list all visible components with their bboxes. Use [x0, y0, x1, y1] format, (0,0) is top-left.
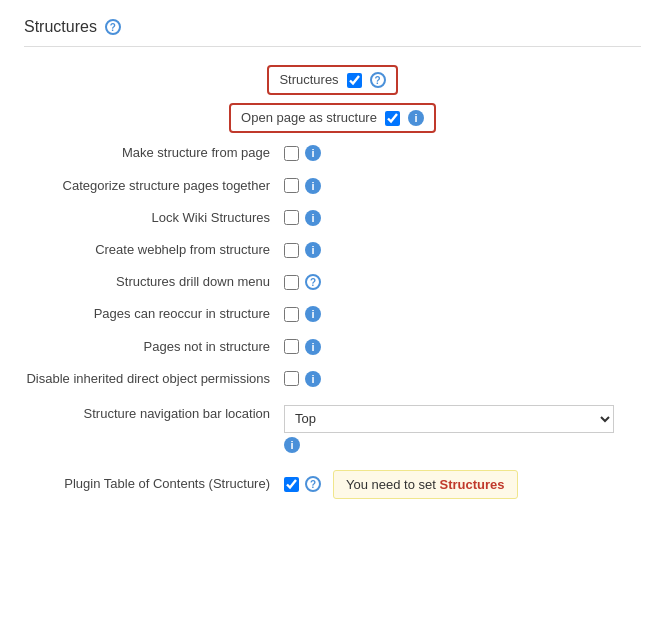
reoccur-controls: i — [284, 306, 641, 322]
webhelp-info-icon[interactable]: i — [305, 242, 321, 258]
page-title: Structures — [24, 18, 97, 36]
lock-wiki-controls: i — [284, 210, 641, 226]
drill-down-help-icon[interactable]: ? — [305, 274, 321, 290]
drill-down-row: Structures drill down menu ? — [24, 266, 641, 298]
page-container: Structures ? Structures ? Open page as s… — [0, 0, 665, 524]
toc-row: Plugin Table of Contents (Structure) ? Y… — [24, 460, 641, 506]
notification-link[interactable]: Structures — [440, 477, 505, 492]
structures-checkbox[interactable] — [347, 73, 362, 88]
disable-inherited-info-icon[interactable]: i — [305, 371, 321, 387]
not-in-structure-row: Pages not in structure i — [24, 331, 641, 363]
not-in-structure-label: Pages not in structure — [24, 338, 284, 356]
nav-select-row: Top Bottom Left Right — [284, 405, 614, 433]
lock-wiki-info-icon[interactable]: i — [305, 210, 321, 226]
reoccur-info-icon[interactable]: i — [305, 306, 321, 322]
lock-wiki-row: Lock Wiki Structures i — [24, 202, 641, 234]
make-structure-label: Make structure from page — [24, 144, 284, 162]
open-page-highlighted-row: Open page as structure i — [24, 103, 641, 133]
make-structure-controls: i — [284, 145, 641, 161]
section-help-icon[interactable]: ? — [105, 19, 121, 35]
toc-checkbox[interactable] — [284, 477, 299, 492]
settings-rows: Make structure from page i Categorize st… — [24, 137, 641, 506]
categorize-row: Categorize structure pages together i — [24, 170, 641, 202]
reoccur-checkbox[interactable] — [284, 307, 299, 322]
open-page-label: Open page as structure — [241, 109, 377, 127]
section-header: Structures ? — [24, 18, 641, 47]
make-structure-checkbox[interactable] — [284, 146, 299, 161]
reoccur-label: Pages can reoccur in structure — [24, 305, 284, 323]
disable-inherited-checkbox[interactable] — [284, 371, 299, 386]
disable-inherited-controls: i — [284, 371, 641, 387]
webhelp-row: Create webhelp from structure i — [24, 234, 641, 266]
structures-label: Structures — [279, 71, 338, 89]
not-in-structure-controls: i — [284, 339, 641, 355]
not-in-structure-checkbox[interactable] — [284, 339, 299, 354]
nav-location-select[interactable]: Top Bottom Left Right — [284, 405, 614, 433]
make-structure-info-icon[interactable]: i — [305, 145, 321, 161]
toc-controls: ? You need to set Structures — [284, 470, 518, 499]
drill-down-label: Structures drill down menu — [24, 273, 284, 291]
nav-location-label: Structure navigation bar location — [24, 405, 284, 423]
reoccur-row: Pages can reoccur in structure i — [24, 298, 641, 330]
nav-location-info-icon[interactable]: i — [284, 437, 300, 453]
structures-highlighted-row: Structures ? — [24, 65, 641, 95]
categorize-controls: i — [284, 178, 641, 194]
disable-inherited-label: Disable inherited direct object permissi… — [24, 370, 284, 388]
nav-location-controls: Top Bottom Left Right i — [284, 405, 641, 453]
toc-help-icon[interactable]: ? — [305, 476, 321, 492]
open-page-checkbox[interactable] — [385, 111, 400, 126]
drill-down-checkbox[interactable] — [284, 275, 299, 290]
structures-highlight-box: Structures ? — [267, 65, 397, 95]
not-in-structure-info-icon[interactable]: i — [305, 339, 321, 355]
lock-wiki-label: Lock Wiki Structures — [24, 209, 284, 227]
webhelp-controls: i — [284, 242, 641, 258]
toc-notification: You need to set Structures — [333, 470, 518, 499]
open-page-highlight-box: Open page as structure i — [229, 103, 436, 133]
make-structure-row: Make structure from page i — [24, 137, 641, 169]
webhelp-checkbox[interactable] — [284, 243, 299, 258]
categorize-label: Categorize structure pages together — [24, 177, 284, 195]
structures-help-icon[interactable]: ? — [370, 72, 386, 88]
drill-down-controls: ? — [284, 274, 641, 290]
categorize-info-icon[interactable]: i — [305, 178, 321, 194]
webhelp-label: Create webhelp from structure — [24, 241, 284, 259]
toc-label: Plugin Table of Contents (Structure) — [24, 475, 284, 493]
disable-inherited-row: Disable inherited direct object permissi… — [24, 363, 641, 395]
lock-wiki-checkbox[interactable] — [284, 210, 299, 225]
notification-text: You need to set — [346, 477, 440, 492]
open-page-info-icon[interactable]: i — [408, 110, 424, 126]
nav-location-row: Structure navigation bar location Top Bo… — [24, 395, 641, 460]
categorize-checkbox[interactable] — [284, 178, 299, 193]
